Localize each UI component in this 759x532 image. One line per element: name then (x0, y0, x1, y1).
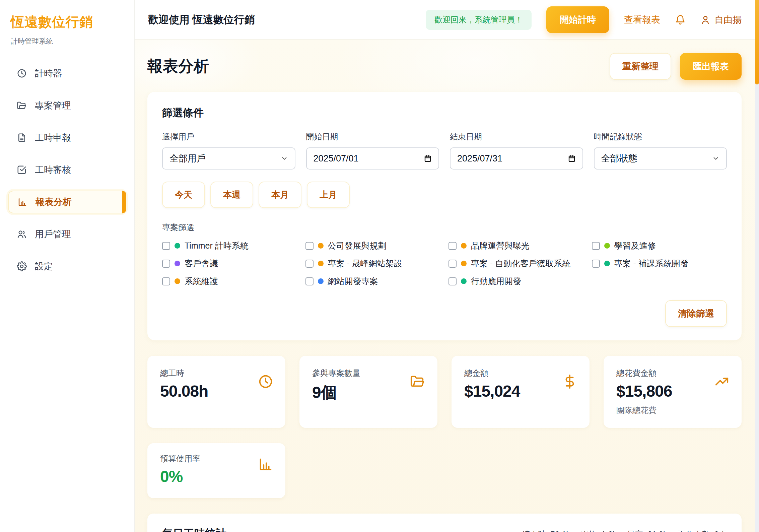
dollar-icon (562, 374, 577, 389)
welcome-title: 歡迎使用 恆遠數位行銷 (148, 13, 255, 27)
scrollbar-thumb[interactable] (755, 0, 759, 84)
sidebar-item-time-report[interactable]: 工時申報 (8, 126, 126, 149)
stat-card-total-amount: 總金額 $15,024 (452, 356, 590, 428)
field-user: 選擇用戶 全部用戶 (162, 131, 295, 170)
daily-hours-summary: 總工時: 50.1h 平均: 1.6h 最高: 21.0h 工作天數: 9天 (522, 529, 727, 532)
field-label: 選擇用戶 (162, 131, 295, 142)
project-checkbox-item[interactable]: 品牌運營與曝光 (448, 240, 584, 251)
sidebar-item-users[interactable]: 用戶管理 (8, 223, 126, 246)
bell-icon[interactable] (675, 14, 686, 25)
user-icon (700, 15, 710, 25)
sidebar-item-label: 用戶管理 (35, 228, 71, 240)
stat-value: 9個 (312, 382, 425, 403)
folder-open-icon (410, 374, 425, 389)
page-title: 報表分析 (147, 56, 209, 77)
project-checkbox-item[interactable]: 系統維護 (162, 276, 297, 287)
checkbox[interactable] (305, 277, 314, 285)
project-checkbox-item[interactable]: 專案 - 補課系統開發 (592, 258, 727, 269)
end-date-input[interactable]: 2025/07/31 (450, 147, 583, 170)
project-color-dot (604, 261, 610, 266)
sidebar-item-reports[interactable]: 報表分析 (8, 191, 126, 213)
start-timer-button[interactable]: 開始計時 (546, 6, 609, 33)
project-color-dot (604, 243, 610, 249)
sidebar-item-label: 計時器 (35, 67, 62, 79)
project-filter-grid: Timmer 計時系統 公司發展與規劃 品牌運營與曝光 學習及進修 客戶會議 (162, 240, 727, 287)
check-square-icon (17, 165, 27, 175)
sidebar-item-time-review[interactable]: 工時審核 (8, 158, 126, 181)
project-checkbox-item[interactable]: 學習及進修 (592, 240, 727, 251)
status-select[interactable]: 全部狀態 (594, 147, 727, 170)
user-select[interactable]: 全部用戶 (162, 147, 295, 170)
checkbox[interactable] (162, 277, 170, 285)
stat-label: 參與專案數量 (312, 368, 425, 379)
bar-chart-icon (258, 457, 273, 472)
export-report-button[interactable]: 匯出報表 (680, 53, 742, 80)
refresh-button[interactable]: 重新整理 (610, 53, 671, 80)
sidebar-item-projects[interactable]: 專案管理 (8, 94, 126, 117)
quick-last-month-button[interactable]: 上月 (307, 182, 350, 208)
checkbox[interactable] (305, 260, 314, 268)
stat-value: $15,806 (616, 382, 729, 400)
checkbox[interactable] (592, 242, 600, 250)
top-header: 歡迎使用 恆遠數位行銷 歡迎回來，系統管理員！ 開始計時 查看報表 自由揚 (135, 0, 755, 40)
project-label: 學習及進修 (614, 240, 656, 251)
sidebar-item-label: 設定 (35, 260, 53, 272)
project-label: 專案 - 補課系統開發 (614, 258, 689, 269)
chevron-down-icon (281, 155, 288, 162)
stat-label: 總花費金額 (616, 368, 729, 379)
project-checkbox-item[interactable]: 專案 - 自動化客戶獲取系統 (448, 258, 584, 269)
project-color-dot (175, 278, 180, 284)
checkbox[interactable] (162, 242, 170, 250)
sidebar-item-timer[interactable]: 計時器 (8, 62, 126, 85)
project-label: Timmer 計時系統 (185, 240, 249, 251)
project-label: 網站開發專案 (328, 276, 378, 287)
checkbox[interactable] (448, 242, 457, 250)
checkbox[interactable] (162, 260, 170, 268)
project-label: 公司發展與規劃 (328, 240, 387, 251)
sidebar-item-settings[interactable]: 設定 (8, 255, 126, 278)
checkbox[interactable] (448, 277, 457, 285)
clear-filters-button[interactable]: 清除篩選 (665, 300, 727, 327)
project-checkbox-item[interactable]: 專案 - 晟峰網站架設 (305, 258, 441, 269)
stat-sublabel: 團隊總花費 (616, 405, 729, 416)
checkbox[interactable] (448, 260, 457, 268)
project-checkbox-item[interactable]: 客戶會議 (162, 258, 297, 269)
summary-workdays: 工作天數: 9天 (678, 529, 727, 532)
project-color-dot (461, 261, 467, 266)
project-color-dot (318, 261, 324, 266)
calendar-icon[interactable] (568, 154, 576, 162)
bar-chart-icon (17, 197, 27, 207)
project-color-dot (175, 261, 180, 266)
project-checkbox-item[interactable]: 行動應用開發 (448, 276, 584, 287)
start-date-input[interactable]: 2025/07/01 (306, 147, 439, 170)
select-value: 全部狀態 (601, 152, 637, 164)
stat-card-budget-usage: 預算使用率 0% (147, 443, 285, 498)
project-color-dot (318, 278, 324, 284)
summary-average: 平均: 1.6h (581, 529, 617, 532)
date-value: 2025/07/31 (457, 153, 502, 164)
username: 自由揚 (714, 14, 742, 26)
calendar-icon[interactable] (424, 154, 432, 162)
welcome-back-badge: 歡迎回來，系統管理員！ (426, 10, 532, 30)
project-label: 行動應用開發 (471, 276, 521, 287)
project-checkbox-item[interactable]: Timmer 計時系統 (162, 240, 297, 251)
field-status: 時間記錄狀態 全部狀態 (594, 131, 727, 170)
checkbox[interactable] (305, 242, 314, 250)
view-reports-link[interactable]: 查看報表 (624, 14, 660, 26)
checkbox[interactable] (592, 260, 600, 268)
stat-value: $15,024 (464, 382, 577, 400)
quick-today-button[interactable]: 今天 (162, 182, 205, 208)
app-logo: 恆遠數位行銷 計時管理系統 (0, 0, 134, 46)
page-scrollbar[interactable] (755, 0, 759, 532)
project-checkbox-item[interactable]: 網站開發專案 (305, 276, 441, 287)
project-color-dot (461, 243, 467, 249)
project-color-dot (175, 243, 180, 249)
app-subtitle: 計時管理系統 (11, 37, 124, 46)
project-checkbox-item[interactable]: 公司發展與規劃 (305, 240, 441, 251)
stat-card-total-hours: 總工時 50.08h (147, 356, 285, 428)
sidebar-item-label: 工時審核 (35, 164, 71, 176)
quick-this-week-button[interactable]: 本週 (210, 182, 253, 208)
stat-label: 總工時 (160, 368, 273, 379)
user-menu[interactable]: 自由揚 (700, 14, 742, 26)
quick-this-month-button[interactable]: 本月 (259, 182, 301, 208)
